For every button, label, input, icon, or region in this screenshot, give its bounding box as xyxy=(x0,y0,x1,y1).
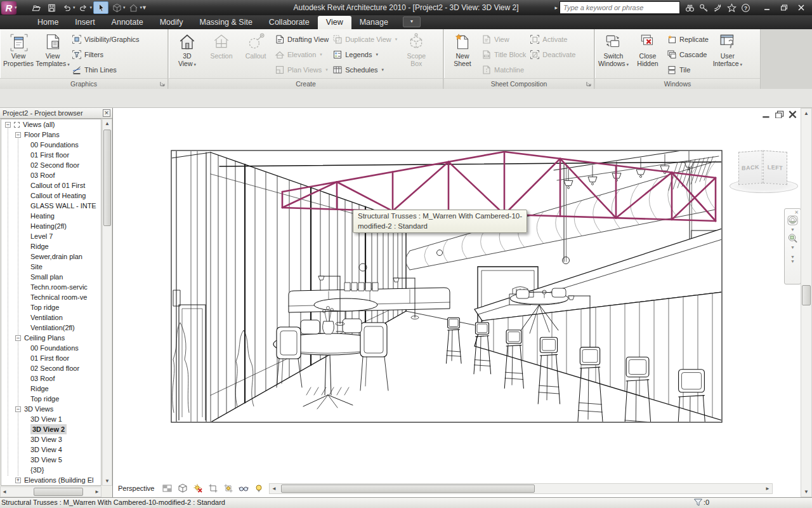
tree-item-3d-view-5[interactable]: 3D View 5 xyxy=(1,455,101,465)
collapse-icon[interactable]: − xyxy=(15,406,21,412)
shadows-off-icon[interactable] xyxy=(193,483,203,493)
crop-visible-icon[interactable] xyxy=(223,483,233,493)
tree-item-sewer-drain-plan[interactable]: Sewer,drain plan xyxy=(1,251,101,262)
open-icon[interactable] xyxy=(29,2,43,13)
tree-item-ridge[interactable]: Ridge xyxy=(1,384,101,394)
redo-dropdown-icon[interactable]: ▾ xyxy=(90,5,93,10)
tree-item-callout-of-heating[interactable]: Callout of Heating xyxy=(1,190,101,201)
reveal-hidden-icon[interactable] xyxy=(254,483,264,493)
tree-item-3d-views[interactable]: −3D Views xyxy=(1,404,101,414)
tab-modify[interactable]: Modify xyxy=(152,16,192,29)
tree-item-ceiling-plans[interactable]: −Ceiling Plans xyxy=(1,333,101,343)
browser-vertical-scrollbar[interactable]: ▲ ▼ xyxy=(102,119,112,486)
view-close-icon[interactable] xyxy=(788,110,798,118)
scope-box-button[interactable]: ScopeBox xyxy=(399,30,433,69)
view-scroll-up-icon[interactable]: ▲ xyxy=(801,110,811,116)
view-cube-face-back[interactable]: BACK xyxy=(738,150,763,185)
plan-views-button[interactable]: Plan Views▾ xyxy=(275,62,329,77)
search-expand-icon[interactable]: ▸ xyxy=(554,4,558,11)
tab-massing-site[interactable]: Massing & Site xyxy=(191,16,260,29)
collapse-icon[interactable]: − xyxy=(15,335,21,341)
tree-item-heating-2fl-[interactable]: Heating(2fl) xyxy=(1,221,101,231)
cube-icon[interactable] xyxy=(110,2,124,13)
view-properties-button[interactable]: ViewProperties xyxy=(1,30,36,69)
tab-manage[interactable]: Manage xyxy=(351,16,396,29)
zoom-dropdown-icon[interactable]: ▼ xyxy=(790,245,795,250)
save-icon[interactable] xyxy=(44,2,58,13)
hide-isolate-icon[interactable] xyxy=(239,483,249,493)
tree-item-top-ridge[interactable]: Top ridge xyxy=(1,394,101,404)
legends-button[interactable]: Legends▾ xyxy=(332,47,397,62)
view-restore-icon[interactable] xyxy=(775,110,785,118)
tree-item-floor-plans[interactable]: −Floor Plans xyxy=(1,130,101,140)
view-cube-face-left[interactable]: LEFT xyxy=(763,150,787,185)
close-hidden-button[interactable]: CloseHidden xyxy=(631,30,665,69)
tree-item-02-second-floor[interactable]: 02 Second floor xyxy=(1,363,101,373)
sheet-view-button[interactable]: View xyxy=(481,32,526,47)
zoom-tool-icon[interactable] xyxy=(787,233,798,244)
tree-item-views-all-[interactable]: −Views (all) xyxy=(1,119,101,130)
tree-item-02-second-floor[interactable]: 02 Second floor xyxy=(1,160,101,170)
view-scroll-left-icon[interactable]: ◄ xyxy=(272,486,277,491)
crop-region-icon[interactable] xyxy=(208,483,218,493)
key-icon[interactable] xyxy=(698,2,709,13)
favorites-star-icon[interactable] xyxy=(726,2,737,13)
view-cube[interactable]: BACK LEFT xyxy=(733,144,794,197)
tree-item-03-roof[interactable]: 03 Roof xyxy=(1,170,101,180)
title-block-button[interactable]: Title Block xyxy=(481,47,526,62)
redo-icon[interactable] xyxy=(77,2,91,13)
view-scale-button[interactable]: Perspective xyxy=(118,485,154,492)
view-scroll-down-icon[interactable]: ▼ xyxy=(801,489,811,495)
tab-home[interactable]: Home xyxy=(29,16,67,29)
panel-dialog-launcher-icon[interactable] xyxy=(586,81,593,88)
browser-scroll-thumb[interactable] xyxy=(103,130,111,226)
steering-wheel-dropdown-icon[interactable]: ▼ xyxy=(790,227,795,232)
view-3d-button[interactable]: 3DView▾ xyxy=(170,30,204,69)
modify-cursor-icon[interactable] xyxy=(93,1,108,14)
collapse-icon[interactable]: − xyxy=(15,132,21,138)
binoculars-icon[interactable] xyxy=(684,2,695,13)
view-vertical-scrollbar[interactable]: ▲ ▼ xyxy=(801,108,812,497)
replicate-button[interactable]: Replicate xyxy=(667,32,709,47)
browser-scroll-down-icon[interactable]: ▼ xyxy=(103,478,112,484)
tab-view[interactable]: View xyxy=(318,16,351,29)
tree-item-3d-view-3[interactable]: 3D View 3 xyxy=(1,434,101,444)
tree-item--3d-[interactable]: {3D} xyxy=(1,465,101,475)
tile-button[interactable]: Tile xyxy=(667,62,709,77)
tree-item-ventilation-2fl-[interactable]: Ventilation(2fl) xyxy=(1,323,101,333)
tree-item-callout-of-01-first[interactable]: Callout of 01 First xyxy=(1,180,101,190)
selection-filter[interactable]: :0 xyxy=(693,498,709,507)
drawing-area[interactable]: Structural Trusses : M_Warren With Cambe… xyxy=(113,108,801,497)
tree-item-00-foundations[interactable]: 00 Foundations xyxy=(1,140,101,150)
user-interface-button[interactable]: UserInterface▾ xyxy=(710,30,745,69)
qat-overflow-icon[interactable]: ▼ xyxy=(141,4,147,11)
filters-button[interactable]: Filters xyxy=(72,47,140,62)
tree-item-ridge[interactable]: Ridge xyxy=(1,241,101,251)
thin-lines-button[interactable]: Thin Lines xyxy=(72,62,140,77)
visibility-graphics-button[interactable]: Visibility/Graphics xyxy=(72,32,140,47)
model-graphics-icon[interactable] xyxy=(178,483,188,493)
schedules-button[interactable]: Schedules▾ xyxy=(332,62,397,77)
view-hscroll-thumb[interactable] xyxy=(281,485,535,493)
tree-item-elevations-building-el[interactable]: +Elevations (Building El xyxy=(1,475,101,485)
tree-item-level-7[interactable]: Level 7 xyxy=(1,231,101,241)
restore-button[interactable] xyxy=(776,3,792,13)
tree-item-techn-room-servic[interactable]: Techn.room-servic xyxy=(1,282,101,292)
undo-dropdown-icon[interactable]: ▾ xyxy=(73,5,75,10)
tree-item-top-ridge[interactable]: Top ridge xyxy=(1,302,101,312)
tree-item-small-plan[interactable]: Small plan xyxy=(1,272,101,282)
drafting-view-button[interactable]: Drafting View xyxy=(275,32,329,47)
browser-scroll-right-icon[interactable]: ► xyxy=(95,489,100,495)
navigation-bar-close-icon[interactable]: ✕ xyxy=(794,210,799,215)
3d-view-canvas[interactable] xyxy=(113,108,801,497)
expand-icon[interactable]: + xyxy=(15,478,21,483)
view-minimize-icon[interactable] xyxy=(761,110,771,118)
collapse-icon[interactable]: − xyxy=(5,122,11,128)
tree-item-3d-view-1[interactable]: 3D View 1 xyxy=(1,414,101,424)
cube-dropdown-icon[interactable]: ▾ xyxy=(123,5,126,10)
navbar-more-icon[interactable]: ▼▼ xyxy=(790,255,795,264)
detail-level-icon[interactable] xyxy=(162,483,173,493)
tree-item-03-roof[interactable]: 03 Roof xyxy=(1,373,101,384)
section-button[interactable]: Section xyxy=(204,30,239,62)
callout-button[interactable]: Callout xyxy=(239,30,273,62)
